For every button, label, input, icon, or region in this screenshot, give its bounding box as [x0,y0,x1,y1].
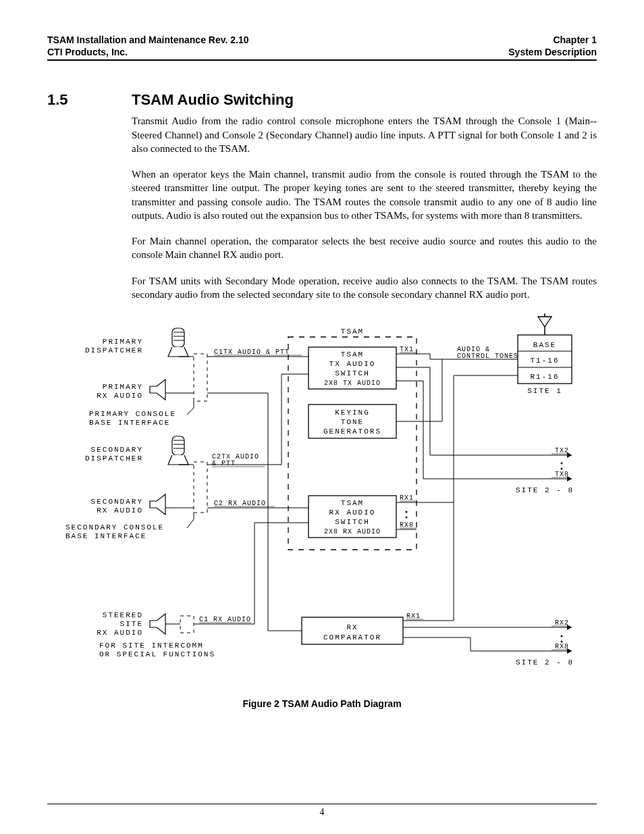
steered-note-l1: FOR SITE INTERCOMM [99,642,204,650]
primary-disp-l2: DISPATCHER [85,346,143,355]
page-footer: 4 [47,804,597,818]
t116-label: T1-16 [530,357,559,365]
svg-point-61 [406,511,408,513]
tx-switch-l2: TX AUDIO [329,360,376,368]
secondary-cons-l2: BASE INTERFACE [65,532,146,540]
tsam-audio-path-diagram: TSAM TSAM TX AUDIO SWITCH 2X8 TX AUDIO K… [52,313,592,692]
page-number: 4 [320,807,325,817]
secondary-disp-l1: SECONDARY [91,446,143,454]
primary-cons-l1: PRIMARY CONSOLE [89,410,176,418]
speaker-icon [150,494,165,515]
tx-switch-l4: 2X8 TX AUDIO [324,380,381,387]
rx-switch-l1: TSAM [341,499,364,507]
secondary-rx-l1: SECONDARY [91,498,143,506]
c1rx-label: C1 RX AUDIO [199,616,251,623]
keying-l2: TONE [341,418,364,426]
primary-rx-l2: RX AUDIO [97,392,143,400]
rx-comp-l2: COMPARATOR [323,633,381,642]
secondary-disp-l2: DISPATCHER [85,454,143,463]
paragraph-1: Transmit Audio from the radio control co… [132,114,597,155]
secondary-rx-l2: RX AUDIO [97,506,143,515]
section-number: 1.5 [47,91,132,109]
header-section: System Description [508,46,597,58]
svg-point-53 [561,463,563,465]
steered-l1: STEERED [103,611,143,619]
page-header: TSAM Installation and Maintenance Rev. 2… [47,34,597,61]
tx-switch-l1: TSAM [341,350,364,359]
keying-l3: GENERATORS [323,427,381,436]
svg-rect-19 [194,462,207,513]
primary-rx-l1: PRIMARY [103,383,143,391]
section-heading: 1.5 TSAM Audio Switching [47,91,597,109]
figure: TSAM TSAM TX AUDIO SWITCH 2X8 TX AUDIO K… [47,313,597,709]
c1tx-label: C1TX AUDIO & PTT [214,348,290,356]
rx1b-label: RX1 [406,613,421,620]
primary-disp-l1: PRIMARY [103,338,143,346]
section-title: TSAM Audio Switching [132,91,294,109]
tx2-label: TX2 [555,447,569,454]
header-doc-title: TSAM Installation and Maintenance Rev. 2… [47,34,248,46]
site28a-label: SITE 2 - 8 [516,486,574,494]
steered-l3: RX AUDIO [97,629,143,637]
svg-rect-8 [194,354,207,401]
rx8b-label: RX8 [555,643,569,650]
rx-switch-l4: 2X8 RX AUDIO [324,528,381,536]
rx-switch-l3: SWITCH [335,518,370,526]
paragraph-3: For Main channel operation, the comparat… [132,234,597,262]
site1-label: SITE 1 [527,387,562,395]
rx-comp-l1: RX [346,623,358,631]
c2tx-l2: & PTT [212,460,236,467]
audio-control-l2: CONTROL TONES [457,353,518,360]
figure-caption: Figure 2 TSAM Audio Path Diagram [47,698,597,709]
steered-l2: SITE [120,620,143,628]
header-company: CTI Products, Inc. [47,46,248,58]
rx8-label: RX8 [400,521,414,529]
speaker-icon [150,614,165,634]
svg-point-69 [561,635,563,637]
rx2-label: RX2 [555,619,569,627]
secondary-cons-l1: SECONDARY CONSOLE [65,523,164,531]
svg-point-62 [406,517,408,519]
svg-rect-28 [180,616,194,633]
r116-label: R1-16 [530,373,559,381]
rx1-label: RX1 [400,494,414,502]
svg-marker-34 [538,317,552,327]
tsam-title: TSAM [341,328,364,336]
paragraph-4: For TSAM units with Secondary Mode opera… [132,274,597,302]
body-text: Transmit Audio from the radio control co… [132,114,597,301]
svg-point-54 [561,468,563,470]
steered-note-l2: OR SPECIAL FUNCTIONS [99,650,215,658]
tx-switch-l3: SWITCH [335,369,370,377]
tx1-label: TX1 [400,346,414,353]
keying-l1: KEYING [335,409,370,417]
site28b-label: SITE 2 - 8 [516,658,574,667]
base-label: BASE [533,341,556,349]
header-chapter: Chapter 1 [508,34,597,46]
paragraph-2: When an operator keys the Main channel, … [132,167,597,222]
primary-cons-l2: BASE INTERFACE [89,419,170,427]
microphone-icon [172,436,184,455]
c2rx-label: C2 RX AUDIO [214,500,266,507]
rx-switch-l2: RX AUDIO [329,509,376,517]
microphone-icon [172,328,184,347]
tx8-label: TX8 [555,471,569,478]
speaker-icon [150,380,165,400]
